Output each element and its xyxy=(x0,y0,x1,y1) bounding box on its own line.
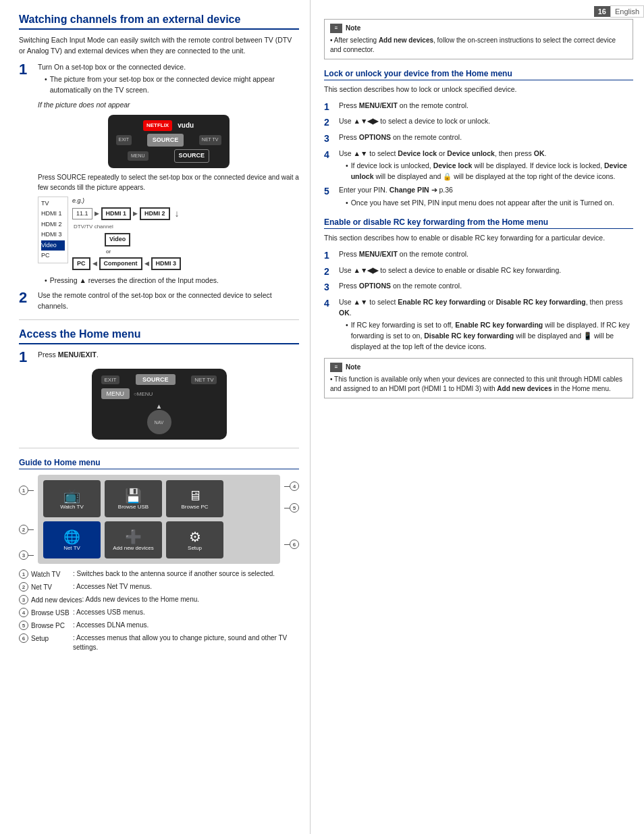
nettv-item: 🌐 Net TV xyxy=(43,521,101,558)
or-label: or xyxy=(106,248,299,256)
setup-label: Setup xyxy=(188,545,202,551)
guide-item-6: 6 Setup : Accesses menus that allow you … xyxy=(19,633,299,652)
input-hdmi1: HDMI 1 xyxy=(41,209,65,219)
rc-step4: 4 Use ▲▼ to select Enable RC key forward… xyxy=(324,297,633,353)
lock-step5: 5 Enter your PIN. Change PIN ➔ p.36 Once… xyxy=(324,185,633,209)
guide-callout-1: 1 xyxy=(19,569,28,579)
right-column: ≡ Note • After selecting Add new devices… xyxy=(311,0,644,834)
lock-step1-num: 1 xyxy=(324,101,336,114)
adddev-label: Add new devices xyxy=(113,545,153,551)
step1-text: Turn On a set-top box or the connected d… xyxy=(38,63,186,71)
rc-step2: 2 Use ▲▼◀▶ to select a device to enable … xyxy=(324,265,633,279)
guide-desc-2: : Accesses Net TV menus. xyxy=(73,582,152,592)
pc-icon: 🖥 xyxy=(188,488,202,504)
rc-step4-content: Use ▲▼ to select Enable RC key forwardin… xyxy=(339,297,633,353)
down-arrow: ↓ xyxy=(175,207,180,221)
usb-label: Browse USB xyxy=(118,504,149,510)
note2: ≡ Note • This function is available only… xyxy=(324,358,633,398)
callout-3-left: 3 xyxy=(19,550,34,560)
left-callouts: 1 2 3 xyxy=(19,475,34,560)
guide-item-1: 1 Watch TV : Switches back to the antenn… xyxy=(19,569,299,579)
section2-title: Access the Home menu xyxy=(19,328,299,344)
callout-2-left: 2 xyxy=(19,525,34,534)
lock-step4-bullet: If device lock is unlocked, Device lock … xyxy=(346,161,633,182)
guide-item-5: 5 Browse PC : Accesses DLNA menus. xyxy=(19,621,299,630)
hdmi1-box: HDMI 1 xyxy=(101,207,132,221)
lock-step1-content: Press MENU/EXIT on the remote control. xyxy=(339,101,633,114)
rc-step4-bullet-text: If RC key forwarding is set to off, Enab… xyxy=(351,320,633,352)
source-label: SOURCE xyxy=(174,149,210,163)
rc-step4-num: 4 xyxy=(324,297,336,353)
flow-row3: PC ◀ Component ◀ HDMI 3 xyxy=(72,257,299,271)
input-hdmi2: HDMI 2 xyxy=(41,219,65,230)
guide-label-5: 5 Browse PC xyxy=(19,621,73,630)
video-box: Video xyxy=(105,233,130,246)
rc-step2-content: Use ▲▼◀▶ to select a device to enable or… xyxy=(339,265,633,279)
home-menu-row2: 🌐 Net TV ➕ Add new devices ⚙ Setup xyxy=(43,521,275,558)
callout-4-right: 4 xyxy=(284,481,299,491)
divider1 xyxy=(19,319,299,320)
note1: ≡ Note • After selecting Add new devices… xyxy=(324,19,633,59)
guide-item-4: 4 Browse USB : Accesses USB menus. xyxy=(19,608,299,617)
rc-step1-num: 1 xyxy=(324,249,336,263)
callout-line-6 xyxy=(284,544,290,545)
page-number: 16 xyxy=(594,6,610,17)
note1-icon: ≡ xyxy=(330,24,342,33)
input-video: Video xyxy=(41,240,65,251)
menu-menu-btn: MENU xyxy=(101,388,130,399)
vudu-logo: vudu xyxy=(178,120,194,130)
lock-intro: This section describes how to lock or un… xyxy=(324,84,633,95)
exit-btn: EXIT xyxy=(116,135,132,145)
rc-step3: 3 Press OPTIONS on the remote control. xyxy=(324,281,633,294)
guide-legend: 1 Watch TV : Switches back to the antenn… xyxy=(19,569,299,652)
lock-step3-content: Press OPTIONS on the remote control. xyxy=(339,132,633,146)
guide-text-label-5: Browse PC xyxy=(31,622,65,629)
netflix-btn: NETFLIX xyxy=(143,120,172,131)
remote-diagram: NETFLIX vudu EXIT SOURCE NET TV MENU xyxy=(38,115,299,168)
spacer xyxy=(151,153,171,159)
pc-box: PC xyxy=(72,257,90,271)
lock-step1: 1 Press MENU/EXIT on the remote control. xyxy=(324,101,633,114)
guide-desc-6: : Accesses menus that allow you to chang… xyxy=(73,633,299,652)
guide-text-label-3: Add new devices xyxy=(31,596,82,604)
rc-step2-num: 2 xyxy=(324,265,336,279)
setup-icon: ⚙ xyxy=(189,529,201,545)
menu-source-btn: SOURCE xyxy=(136,374,176,385)
step2-content: Use the remote control of the set-top bo… xyxy=(38,290,299,312)
lock-step4-num: 4 xyxy=(324,149,336,182)
note1-text: • After selecting Add new devices, follo… xyxy=(330,36,627,55)
arrow3: ◀ xyxy=(92,259,97,269)
input-list: TV HDMI 1 HDMI 2 HDMI 3 Video PC xyxy=(38,197,68,263)
dtv-label: DTV/TV channel xyxy=(74,223,299,231)
rc-step3-content: Press OPTIONS on the remote control. xyxy=(339,281,633,294)
step1: 1 Turn On a set-top box or the connected… xyxy=(19,62,299,286)
guide-label-1: 1 Watch TV xyxy=(19,569,73,579)
callout-line-4 xyxy=(284,486,290,487)
page: 16 English Watching channels from an ext… xyxy=(0,0,644,834)
menu-btn: MENU xyxy=(128,151,149,161)
watch-tv-item: 📺 Watch TV xyxy=(43,480,101,517)
lock-step4-bullet-text: If device lock is unlocked, Device lock … xyxy=(351,161,633,182)
callout-circle-4: 4 xyxy=(290,481,299,491)
note1-header: ≡ Note xyxy=(330,24,627,33)
home-step1-content: Press MENU/EXIT. xyxy=(38,350,299,361)
callout-5-right: 5 xyxy=(284,503,299,513)
note2-text: • This function is available only when y… xyxy=(330,375,627,394)
guide-item-2: 2 Net TV : Accesses Net TV menus. xyxy=(19,582,299,592)
source-note: Press SOURCE repeatedly to select the se… xyxy=(38,172,299,192)
rc-step1: 1 Press MENU/EXIT on the remote control. xyxy=(324,249,633,263)
guide-desc-5: : Accesses DLNA menus. xyxy=(73,621,149,630)
lock-step4-content: Use ▲▼ to select Device lock or Device u… xyxy=(339,149,633,182)
lock-section-title: Lock or unlock your device from the Home… xyxy=(324,69,633,80)
guide-item-3: 3 Add new devices : Adds new devices to … xyxy=(19,595,299,604)
flow-diagram: e.g.) 11.1 ▶ HDMI 1 ▶ HDMI 2 ↓ DTV/TV ch… xyxy=(72,197,299,271)
callout-circle-2: 2 xyxy=(19,525,28,534)
lock-step4: 4 Use ▲▼ to select Device lock or Device… xyxy=(324,149,633,182)
guide-label-2: 2 Net TV xyxy=(19,582,73,592)
home-step1: 1 Press MENU/EXIT. xyxy=(19,350,299,365)
hdmi3-box: HDMI 3 xyxy=(151,257,182,271)
nav-circle: NAV xyxy=(147,410,171,434)
page-badge: 16 English xyxy=(594,5,644,18)
flow-row2: Video xyxy=(72,233,299,246)
nav-up: ▲ xyxy=(156,402,163,410)
